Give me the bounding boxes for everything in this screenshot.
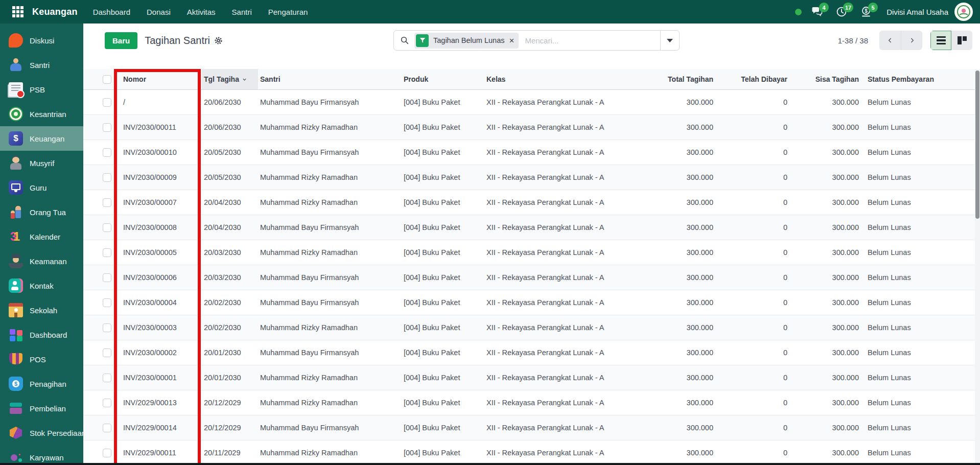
search-box[interactable]: Tagihan Belum Lunas × [393, 30, 680, 51]
row-checkbox[interactable] [103, 399, 111, 407]
sidebar-item-label: Keuangan [30, 134, 64, 143]
sidebar-item-guru[interactable]: Guru [0, 175, 83, 200]
sidebar-item-pembelian[interactable]: Pembelian [0, 396, 83, 421]
row-checkbox[interactable] [103, 173, 111, 182]
sidebar-item-dashboard[interactable]: Dashboard [0, 322, 83, 347]
apps-grid-icon[interactable] [12, 6, 24, 17]
sidebar-item-stok-persediaan[interactable]: Stok Persediaan [0, 421, 83, 445]
app-name[interactable]: Keuangan [32, 7, 78, 17]
cell-tgl: 20/01/2030 [202, 348, 258, 357]
search-icon [400, 36, 409, 45]
table-row[interactable]: INV/2030/0000320/02/2030Muhammad Rizky R… [83, 315, 980, 340]
table-row[interactable]: INV/2030/0000920/05/2030Muhammad Rizky R… [83, 165, 980, 190]
table-row[interactable]: INV/2030/0001020/05/2030Muhammad Bayu Fi… [83, 140, 980, 165]
cell-produk: [004] Buku Paket [402, 198, 484, 206]
column-header-sisa-tagihan[interactable]: Sisa Tagihan [789, 75, 861, 83]
row-checkbox[interactable] [103, 198, 111, 207]
cell-dibayar: 0 [715, 248, 789, 257]
messages-badge: 4 [819, 3, 829, 12]
row-checkbox[interactable] [103, 223, 111, 232]
messages-button[interactable]: 4 [811, 6, 823, 18]
sidebar-item-keuangan[interactable]: Keuangan [0, 126, 83, 151]
row-checkbox[interactable] [103, 248, 111, 257]
user-avatar[interactable] [954, 3, 973, 21]
cell-nomor: INV/2030/00009 [114, 173, 202, 181]
row-checkbox[interactable] [103, 424, 111, 432]
table-row[interactable]: INV/2029/0001120/11/2029Muhammad Rizky R… [83, 440, 980, 465]
column-header-produk[interactable]: Produk [402, 75, 484, 83]
vertical-scrollbar[interactable] [975, 69, 980, 463]
nav-menu-aktivitas[interactable]: Aktivitas [187, 8, 216, 16]
column-header-tgl-tagihan[interactable]: Tgl Tagiha [202, 69, 258, 89]
nav-menu-dashboard[interactable]: Dashboard [93, 8, 130, 16]
nav-menu-santri[interactable]: Santri [232, 8, 252, 16]
remove-filter-icon[interactable]: × [509, 36, 514, 45]
table-row[interactable]: INV/2030/0000620/03/2030Muhammad Bayu Fi… [83, 265, 980, 290]
cell-kelas: XII - Rekayasa Perangkat Lunak - A [484, 273, 634, 282]
table-row[interactable]: INV/2030/0000820/04/2030Muhammad Bayu Fi… [83, 215, 980, 240]
accounting-button[interactable]: $ 5 [860, 6, 872, 18]
sidebar-item-kontak[interactable]: Kontak [0, 273, 83, 298]
sidebar-item-musyrif[interactable]: Musyrif [0, 151, 83, 175]
table-row[interactable]: INV/2030/0000120/01/2030Muhammad Rizky R… [83, 365, 980, 390]
row-checkbox[interactable] [103, 98, 111, 107]
cell-total: 300.000 [634, 449, 715, 457]
list-view-button[interactable] [930, 31, 951, 50]
cell-santri: Muhammad Bayu Firmansyah [258, 298, 402, 307]
row-checkbox[interactable] [103, 298, 111, 307]
sidebar-item-keamanan[interactable]: Keamanan [0, 249, 83, 273]
table-row[interactable]: /20/06/2030Muhammad Bayu Firmansyah[004]… [83, 90, 980, 115]
table-row[interactable]: INV/2029/0001420/12/2029Muhammad Bayu Fi… [83, 415, 980, 440]
table-row[interactable]: INV/2030/0000220/01/2030Muhammad Bayu Fi… [83, 340, 980, 365]
scrollbar-thumb[interactable] [975, 71, 979, 219]
row-checkbox[interactable] [103, 273, 111, 282]
company-switcher[interactable]: Divisi Amal Usaha [886, 8, 948, 16]
sidebar-item-kalender[interactable]: Kalender [0, 224, 83, 249]
activities-badge: 17 [843, 3, 853, 12]
column-header-nomor[interactable]: Nomor [114, 75, 202, 83]
row-checkbox[interactable] [103, 348, 111, 357]
row-checkbox[interactable] [103, 123, 111, 132]
sidebar-item-kesantrian[interactable]: Kesantrian [0, 102, 83, 126]
nav-menu-donasi[interactable]: Donasi [147, 8, 171, 16]
sidebar-item-santri[interactable]: Santri [0, 53, 83, 77]
column-header-telah-dibayar[interactable]: Telah Dibayar [715, 75, 789, 83]
table-row[interactable]: INV/2030/0000420/02/2030Muhammad Bayu Fi… [83, 290, 980, 315]
row-checkbox[interactable] [103, 148, 111, 157]
activities-button[interactable]: 17 [835, 6, 848, 18]
sidebar-item-sekolah[interactable]: Sekolah [0, 298, 83, 322]
search-dropdown-toggle[interactable] [660, 31, 679, 50]
gear-icon[interactable] [214, 36, 223, 45]
select-all-checkbox[interactable] [103, 75, 111, 84]
cell-sisa: 300.000 [789, 123, 861, 131]
pager-next-button[interactable] [901, 31, 922, 50]
nav-menu-pengaturan[interactable]: Pengaturan [268, 8, 308, 16]
table-row[interactable]: INV/2030/0000520/03/2030Muhammad Rizky R… [83, 240, 980, 265]
column-header-santri[interactable]: Santri [258, 75, 402, 83]
cell-status: Belum Lunas [861, 98, 980, 106]
new-record-button[interactable]: Baru [105, 32, 137, 49]
kanban-view-button[interactable] [951, 31, 972, 50]
column-header-status-pembayaran[interactable]: Status Pembayaran [861, 75, 980, 83]
pager-previous-button[interactable] [879, 31, 901, 50]
cell-tgl: 20/02/2030 [202, 298, 258, 307]
control-panel: Baru Tagihan Santri Tagihan Belum Lunas … [83, 24, 980, 57]
column-header-total-tagihan[interactable]: Total Tagihan [634, 75, 715, 83]
sidebar-item-penagihan[interactable]: Penagihan [0, 371, 83, 396]
column-header-kelas[interactable]: Kelas [484, 75, 634, 83]
search-input[interactable] [525, 36, 660, 45]
cell-total: 300.000 [634, 399, 715, 407]
sidebar-item-diskusi[interactable]: Diskusi [0, 28, 83, 53]
table-row[interactable]: INV/2030/0000720/04/2030Muhammad Rizky R… [83, 190, 980, 215]
sidebar-item-karyawan[interactable]: Karyawan [0, 445, 83, 465]
sidebar-item-psb[interactable]: PSB [0, 77, 83, 102]
filter-chip[interactable]: Tagihan Belum Lunas × [414, 33, 519, 49]
row-checkbox[interactable] [103, 449, 111, 457]
table-row[interactable]: INV/2030/0001120/06/2030Muhammad Rizky R… [83, 115, 980, 140]
cell-produk: [004] Buku Paket [402, 449, 484, 457]
row-checkbox[interactable] [103, 323, 111, 332]
sidebar-item-orang-tua[interactable]: Orang Tua [0, 200, 83, 224]
sidebar-item-pos[interactable]: POS [0, 347, 83, 371]
table-row[interactable]: INV/2029/0001320/12/2029Muhammad Rizky R… [83, 390, 980, 415]
row-checkbox[interactable] [103, 374, 111, 382]
